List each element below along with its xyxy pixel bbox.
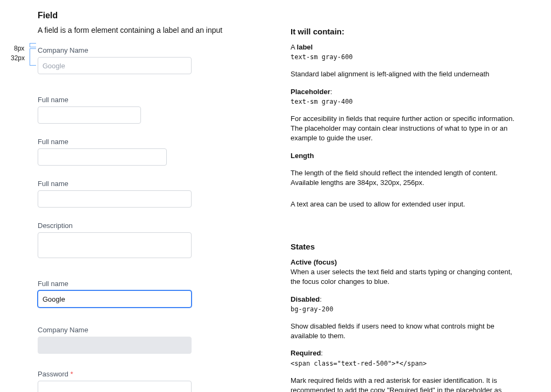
fullname-input-focused[interactable] [38,290,192,308]
fullname-input[interactable] [38,148,167,166]
bracket-32-icon [30,48,36,66]
placeholder-desc: For accesibility in fields that require … [291,114,517,144]
placeholder-code: text-sm gray-400 [291,98,353,105]
company-input-disabled [38,337,192,354]
state-active: Active (focus) When a user selects the t… [291,258,517,287]
disabled-code: bg-gray-200 [291,305,333,313]
company-label: Company Name [38,326,253,334]
disabled-desc: Show disabled fields if users need to kn… [291,322,517,341]
contain-section: It will contain: A label text-sm gray-60… [291,27,517,217]
label-prefix: A [291,43,297,51]
field-company-disabled: Company Name [38,326,253,354]
disabled-colon: : [320,295,322,303]
required-star-icon: * [68,370,73,378]
description-textarea[interactable] [38,232,192,258]
active-title: Active (focus) [291,258,337,266]
field-fullname-focused: Full name [38,280,253,308]
description-label: Description [38,222,253,230]
required-code: <span class="text-red-500">*</span> [291,360,427,367]
field-fullname-3: Full name [38,180,253,208]
annotation-32px: 32px [11,54,25,62]
states-section: States Active (focus) When a user select… [291,242,517,392]
active-desc: When a user selects the text field and s… [291,268,512,286]
field-company-annotated: 8px 32px Company Name [38,46,253,74]
field-fullname-1: Full name [38,96,253,124]
required-desc: Mark required fields with a red asterisk… [291,376,517,392]
password-label: Password * [38,370,253,378]
field-description: Description [38,222,253,258]
state-required: Required: <span class="text-red-500">*</… [291,348,517,368]
fullname-label: Full name [38,180,253,188]
password-label-text: Password [38,370,68,378]
disabled-title: Disabled [291,295,320,303]
annotation-8px: 8px [14,45,24,52]
page-title: Field [38,11,253,20]
contain-label-para: A label text-sm gray-600 [291,42,517,62]
contain-length-para: Length [291,151,517,161]
fullname-label: Full name [38,138,253,146]
page-lead: A field is a form element containing a l… [38,26,253,34]
bracket-8-icon [30,43,36,47]
label-word: label [297,43,313,51]
length-title: Length [291,152,314,160]
password-input[interactable] [38,381,192,392]
textarea-desc: A text area can be used to allow for ext… [291,199,517,209]
company-label: Company Name [38,46,253,54]
company-input[interactable] [38,57,192,74]
field-password: Password * [38,370,253,392]
contain-placeholder-para: Placeholder: text-sm gray-400 [291,87,517,106]
placeholder-colon: : [330,88,333,96]
fullname-input[interactable] [38,190,192,208]
fullname-label: Full name [38,280,253,288]
state-disabled: Disabled: bg-gray-200 [291,295,517,314]
required-colon: : [321,349,323,357]
states-heading: States [291,242,517,251]
fullname-input[interactable] [38,106,141,124]
field-fullname-2: Full name [38,138,253,166]
length-desc: The length of the field should reflect t… [291,168,517,188]
placeholder-title: Placeholder [291,88,330,96]
label-code: text-sm gray-600 [291,53,353,61]
label-desc: Standard label alignment is left-aligned… [291,69,517,79]
contain-heading: It will contain: [291,27,517,36]
fullname-label: Full name [38,96,253,104]
required-title: Required [291,349,321,357]
